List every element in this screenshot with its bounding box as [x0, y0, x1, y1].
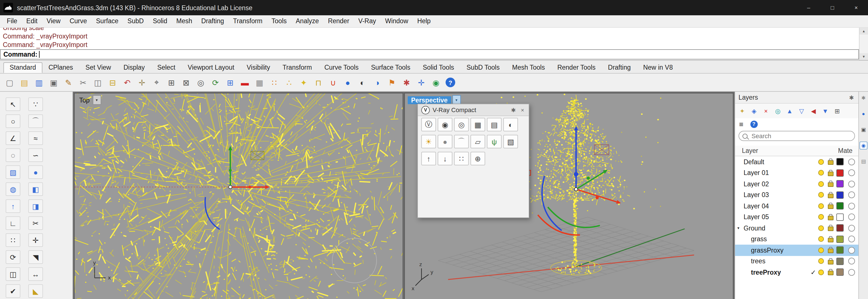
layer-lock-icon[interactable]	[826, 181, 835, 187]
new-file-icon[interactable]: ▢	[3, 76, 17, 89]
chevron-down-icon[interactable]: ▾	[92, 95, 101, 105]
fillet-icon[interactable]: ∟	[6, 216, 20, 230]
toolbar-tab[interactable]: Select	[151, 62, 182, 73]
layer-name[interactable]: Layer 01	[744, 170, 816, 176]
zoom-extents-icon[interactable]: ⊠	[179, 76, 193, 89]
layer-color-swatch[interactable]	[835, 214, 845, 221]
rotate-view-icon[interactable]: ⟳	[209, 76, 222, 89]
annotate-icon[interactable]: ✎	[62, 76, 75, 89]
menu-item[interactable]: Window	[380, 15, 413, 27]
notes-icon[interactable]: ▤	[860, 157, 867, 165]
mirror-icon[interactable]: ◫	[6, 267, 20, 281]
scale-icon[interactable]: ◥	[28, 250, 43, 264]
layer-name[interactable]: trees	[751, 258, 816, 265]
copy-icon[interactable]: ◫	[91, 76, 104, 89]
car-icon[interactable]: ▬	[238, 76, 252, 89]
layer-row[interactable]: ▾ Ground ✓	[735, 222, 858, 234]
layer-material-icon[interactable]	[845, 258, 858, 265]
hamburger-menu-icon[interactable]: ≡	[739, 120, 743, 128]
gumball-icon[interactable]: ✛	[414, 76, 428, 89]
layer-color-swatch[interactable]	[835, 258, 845, 265]
layer-color-swatch[interactable]	[835, 169, 845, 177]
layer-lock-icon[interactable]	[826, 236, 835, 242]
layer-row[interactable]: ▾ grassProxy ✓	[735, 245, 858, 256]
dimension-icon[interactable]: ↔	[28, 267, 43, 281]
layer-material-icon[interactable]	[845, 236, 858, 243]
hatch-icon[interactable]: ▦	[253, 76, 266, 89]
perspective-viewport-label[interactable]: Perspective ▾	[408, 95, 461, 105]
layer-color-swatch[interactable]	[835, 236, 845, 243]
dome-light-icon[interactable]: ⌒	[454, 135, 469, 148]
cut-icon[interactable]: ✂	[76, 76, 90, 89]
perspective-viewport[interactable]: zyx Perspective ▾ V V-Ray Compact ✱ ×	[404, 93, 734, 299]
print-icon[interactable]: ▣	[47, 76, 61, 89]
camera-icon[interactable]: ◐	[503, 118, 518, 131]
command-area[interactable]: Undoing scale Command: _vrayProxyImport …	[0, 28, 868, 61]
undo-icon[interactable]: ↶	[120, 76, 134, 89]
layer-visibility-bulb-icon[interactable]	[816, 247, 826, 253]
menu-item[interactable]: Drafting	[197, 15, 229, 27]
display-panel-icon[interactable]: ▣	[860, 126, 867, 134]
toolbar-tab[interactable]: New in V8	[637, 62, 679, 73]
layer-material-icon[interactable]	[845, 214, 858, 221]
vray-panel-header[interactable]: V V-Ray Compact ✱ ×	[418, 104, 529, 116]
offset-icon[interactable]: ∽	[28, 148, 43, 162]
point-grid-icon[interactable]: ∴	[282, 76, 296, 89]
polyline-icon[interactable]: ∠	[6, 131, 20, 145]
settings-gear-icon[interactable]: ✱	[400, 76, 413, 89]
sphere-icon[interactable]: ●	[28, 165, 43, 179]
layer-visibility-bulb-icon[interactable]	[816, 203, 826, 209]
layer-row[interactable]: ▾ Layer 01 ✓	[735, 167, 858, 179]
infinite-plane-icon[interactable]: ▱	[470, 135, 485, 148]
layer-material-icon[interactable]	[845, 225, 858, 232]
layer-material-icon[interactable]	[845, 269, 858, 276]
layer-visibility-bulb-icon[interactable]	[816, 192, 826, 198]
menu-item[interactable]: View	[42, 15, 65, 27]
layer-name[interactable]: treeProxy	[751, 269, 807, 276]
layer-material-icon[interactable]	[845, 203, 858, 210]
scatter-icon[interactable]: ∷	[454, 152, 469, 165]
toolbar-tab[interactable]: Solid Tools	[416, 62, 460, 73]
toolbar-tab[interactable]: Display	[117, 62, 151, 73]
toolbar-tab[interactable]: Curve Tools	[318, 62, 365, 73]
toolbar-tab[interactable]: Viewport Layout	[182, 62, 241, 73]
match-layer-icon[interactable]: ◎	[772, 106, 783, 116]
render-preview-icon[interactable]: ●	[341, 76, 354, 89]
layer-row[interactable]: ▾ treeProxy ✓	[735, 267, 858, 278]
layer-material-icon[interactable]	[845, 181, 858, 187]
toolbar-tab[interactable]: Visibility	[241, 62, 277, 73]
proxy-import-icon[interactable]: ↓	[438, 152, 453, 165]
render-icon[interactable]: ◉	[438, 118, 453, 131]
circle-icon[interactable]: ○	[6, 114, 20, 128]
layer-material-icon[interactable]	[845, 170, 858, 176]
key-icon[interactable]: ✦	[297, 76, 310, 89]
fur-icon[interactable]: ψ	[487, 135, 502, 148]
layer-name[interactable]: Layer 02	[744, 181, 816, 187]
layer-lock-icon[interactable]	[826, 269, 835, 275]
close-button[interactable]: ×	[844, 0, 868, 15]
menu-item[interactable]: Tools	[267, 15, 291, 27]
menu-item[interactable]: Transform	[228, 15, 267, 27]
layer-lock-icon[interactable]	[826, 247, 835, 253]
select-pointer-icon[interactable]: ↖	[6, 98, 20, 111]
raytrace-icon[interactable]: ◑	[370, 76, 384, 89]
layer-material-icon[interactable]	[845, 159, 858, 165]
layer-color-swatch[interactable]	[835, 269, 845, 276]
menu-item[interactable]: File	[2, 15, 22, 27]
filter-icon[interactable]: ▼	[820, 106, 831, 116]
proxy-export-icon[interactable]: ↑	[421, 152, 436, 165]
layer-lock-icon[interactable]	[826, 192, 835, 198]
layer-material-icon[interactable]	[845, 192, 858, 198]
filter-left-icon[interactable]: ◀	[808, 106, 819, 116]
cylinder-icon[interactable]: ◍	[6, 182, 20, 196]
display-mode-icon[interactable]: ◐	[356, 76, 369, 89]
layer-row[interactable]: ▾ grass ✓	[735, 234, 858, 245]
point-icon[interactable]: ∵	[28, 98, 43, 111]
frame-buffer-icon[interactable]: ▦	[470, 118, 485, 131]
earth-icon[interactable]: ◉	[429, 76, 443, 89]
clipper-icon[interactable]: ⊕	[470, 152, 485, 165]
zoom-selected-icon[interactable]: ◎	[194, 76, 208, 89]
check-icon[interactable]: ✔	[6, 284, 20, 298]
osnap-icon[interactable]: ∷	[268, 76, 281, 89]
delete-layer-icon[interactable]: ×	[761, 106, 771, 116]
